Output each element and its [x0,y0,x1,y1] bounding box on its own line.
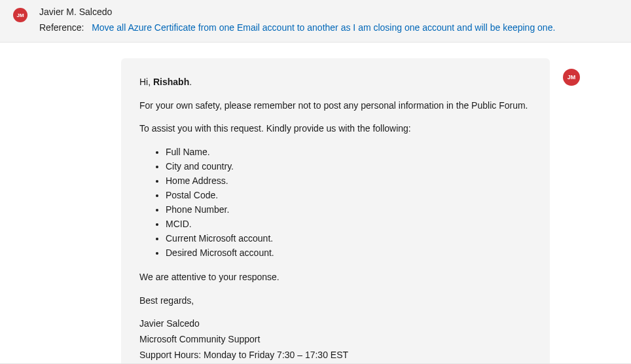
reference-link[interactable]: Move all Azure Certificate from one Emai… [92,22,555,33]
thread-header: JM Javier M. Salcedo Reference: Move all… [0,0,631,43]
greeting-suffix: . [189,77,192,87]
signature-name: Javier Salcedo [139,317,532,331]
signature-role: Microsoft Community Support [139,333,532,347]
post-greeting: Hi, Rishabh. [139,75,532,90]
greeting-name: Rishabh [153,77,189,87]
reference-label: Reference: [39,22,84,33]
post-required-list: Full Name. City and country. Home Addres… [139,145,532,260]
author-name: Javier M. Salcedo [39,7,618,17]
list-item: MCID. [166,217,532,231]
signature-hours: Support Hours: Monday to Friday 7:30 – 1… [139,348,532,363]
list-item: Home Address. [166,174,532,188]
list-item: City and country. [166,160,532,173]
list-item: Desired Microsoft account. [166,246,532,260]
post-safety-line: For your own safety, please remember not… [139,99,532,113]
list-item: Phone Number. [166,203,532,217]
post-assist-line: To assist you with this request. Kindly … [139,122,532,136]
post-author-avatar: JM [563,69,580,86]
greeting-prefix: Hi, [139,77,153,87]
post-scroll-area[interactable]: Hi, Rishabh. For your own safety, please… [0,51,631,364]
post-attentive-line: We are attentive to your response. [139,270,532,285]
list-item: Current Microsoft account. [166,232,532,246]
post-wrap: Hi, Rishabh. For your own safety, please… [0,52,631,364]
reference-line: Reference: Move all Azure Certificate fr… [39,22,618,33]
post-closing: Best regards, [139,294,532,308]
author-avatar: JM [13,8,27,22]
header-text: Javier M. Salcedo Reference: Move all Az… [39,7,618,33]
list-item: Full Name. [166,145,532,159]
post-body: Hi, Rishabh. For your own safety, please… [121,58,550,364]
list-item: Postal Code. [166,189,532,202]
